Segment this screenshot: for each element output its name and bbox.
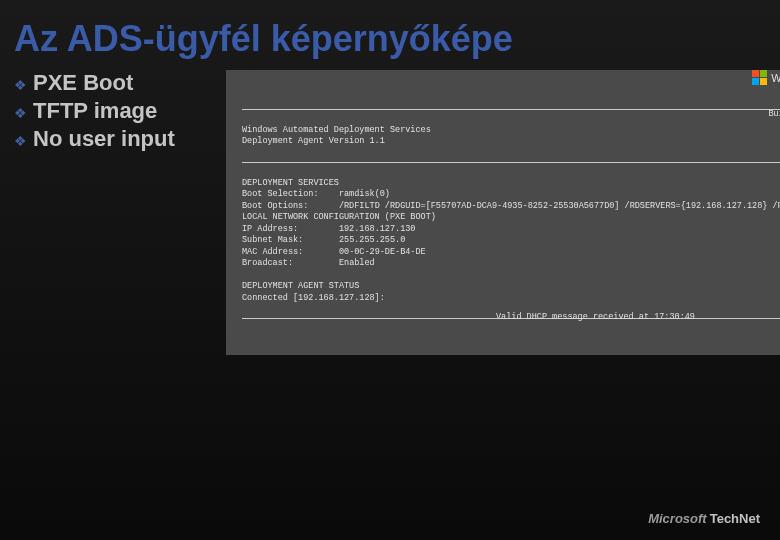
ads-screenshot: Windows Server 2003 Windows Automated De… [226,70,780,340]
console-output: Windows Automated Deployment Services De… [226,85,780,355]
console-line: Boot Options: /RDFILTD /RDGUID=[F55707AD… [242,201,780,211]
console-line: Boot Selection: ramdisk(0) [242,189,390,199]
console-line: MAC Address: 00-0C-29-DE-B4-DE [242,247,426,257]
slide-title: Az ADS-ügyfél képernyőképe [0,0,780,70]
footer-logo: Microsoft TechNet [648,511,760,526]
list-item: ❖ No user input [14,126,214,152]
screenshot-topbar: Windows Server 2003 [226,70,780,85]
console-line: Connected [192.168.127.128]: [242,293,385,303]
diamond-icon: ❖ [14,133,27,149]
diamond-icon: ❖ [14,105,27,121]
section-title: DEPLOYMENT SERVICES [242,178,339,188]
bullet-list: ❖ PXE Boot ❖ TFTP image ❖ No user input [14,70,214,340]
windows-logo: Windows Server 2003 [752,70,780,85]
console-line: IP Address: 192.168.127.130 [242,224,415,234]
content-area: ❖ PXE Boot ❖ TFTP image ❖ No user input … [0,70,780,340]
build-label: Build 5249.15:10:19 [769,109,781,120]
console-line: Subnet Mask: 255.255.255.0 [242,235,405,245]
console-line: Broadcast: Enabled [242,258,375,268]
product-name: Windows Server [771,72,780,84]
section-title: DEPLOYMENT AGENT STATUS [242,281,359,291]
list-item: ❖ PXE Boot [14,70,214,96]
technet-label: TechNet [710,511,760,526]
valid-message: Valid DHCP message received at 17:30:49 [496,312,695,323]
bullet-text: TFTP image [33,98,157,124]
list-item: ❖ TFTP image [14,98,214,124]
section-title: LOCAL NETWORK CONFIGURATION (PXE BOOT) [242,212,436,222]
windows-flag-icon [752,70,767,85]
microsoft-label: Microsoft [648,511,707,526]
console-line: Windows Automated Deployment Services [242,125,431,135]
diamond-icon: ❖ [14,77,27,93]
console-line: Deployment Agent Version 1.1 [242,136,385,146]
bullet-text: PXE Boot [33,70,133,96]
bullet-text: No user input [33,126,175,152]
